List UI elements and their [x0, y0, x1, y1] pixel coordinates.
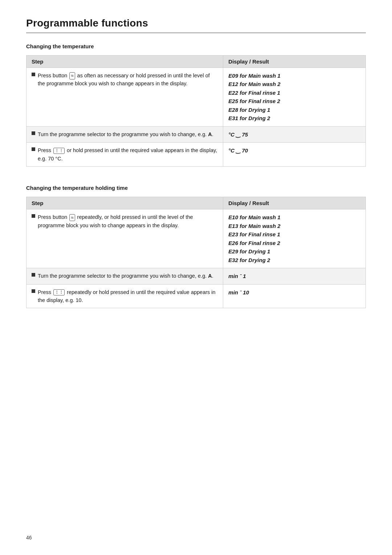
title-divider — [26, 33, 366, 33]
grid-button-icon: ⋮⋮ — [53, 289, 65, 295]
display-cell-s2-3: min ˉ 10 — [223, 284, 366, 308]
display-value: E12 for Main wash 2 — [228, 81, 280, 87]
step-cell-3: Press ⋮⋮ or hold pressed in until the re… — [26, 143, 223, 167]
display-value: min ˉ 10 — [228, 289, 249, 295]
display-value: E31 for Drying 2 — [228, 115, 270, 121]
section1-table: Step Display / Result Press button ≈ as … — [26, 55, 366, 167]
step-text-content-s2-1: Press button ≈ repeatedly, or hold press… — [38, 213, 218, 229]
display-value: E32 for Drying 2 — [228, 257, 270, 263]
display-value: E09 for Main wash 1 — [228, 73, 280, 79]
section-changing-temperature: Changing the temperature Step Display / … — [26, 43, 366, 167]
display-cell-2: °C ‿ 75 — [223, 126, 366, 142]
bullet-icon — [32, 273, 35, 277]
table-row: Press ⋮⋮ or hold pressed in until the re… — [26, 143, 366, 167]
step-text-3: Press ⋮⋮ or hold pressed in until the re… — [32, 146, 218, 163]
display-value: E29 for Drying 1 — [228, 248, 270, 254]
display-value: °C ‿ 75 — [228, 131, 248, 138]
bullet-icon — [32, 289, 35, 293]
table-row: Turn the programme selector to the progr… — [26, 126, 366, 142]
display-cell-3: °C ‿ 70 — [223, 143, 366, 167]
section2-table-header: Step Display / Result — [26, 197, 366, 209]
step-text-content-2: Turn the programme selector to the progr… — [38, 130, 218, 138]
display-value: E26 for Final rinse 2 — [228, 240, 280, 246]
display-value: E10 for Main wash 1 — [228, 214, 280, 220]
bullet-icon — [32, 73, 35, 76]
table-row: Press button ≈ as often as necessary or … — [26, 68, 366, 127]
grid-button-icon: ⋮⋮ — [53, 148, 65, 154]
step-text-1: Press button ≈ as often as necessary or … — [32, 72, 218, 88]
step-cell-s2-1: Press button ≈ repeatedly, or hold press… — [26, 209, 223, 268]
display-value: E28 for Drying 1 — [228, 107, 270, 113]
step-text-s2-1: Press button ≈ repeatedly, or hold press… — [32, 213, 218, 229]
section-changing-temp-holding: Changing the temperature holding time St… — [26, 185, 366, 308]
step-cell-s2-2: Turn the programme selector to the progr… — [26, 268, 223, 284]
display-value: E25 for Final rinse 2 — [228, 98, 280, 104]
step-text-s2-2: Turn the programme selector to the progr… — [32, 272, 218, 280]
display-value: E22 for Final rinse 1 — [228, 90, 280, 96]
display-value: E23 for Final rinse 1 — [228, 231, 280, 237]
table-row: Press button ≈ repeatedly, or hold press… — [26, 209, 366, 268]
step-cell-s2-3: Press ⋮⋮ repeatedly or hold pressed in u… — [26, 284, 223, 308]
bullet-icon — [32, 214, 35, 218]
step-text-content-3: Press ⋮⋮ or hold pressed in until the re… — [38, 146, 218, 163]
section1-col-step: Step — [26, 56, 223, 68]
wave-button-icon: ≈ — [69, 72, 75, 79]
step-text-content-s2-2: Turn the programme selector to the progr… — [38, 272, 218, 280]
display-cell-s2-1: E10 for Main wash 1 E13 for Main wash 2 … — [223, 209, 366, 268]
page-number: 46 — [26, 535, 32, 540]
wave-button-icon: ≈ — [69, 214, 75, 221]
step-cell-1: Press button ≈ as often as necessary or … — [26, 68, 223, 127]
page-title: Programmable functions — [26, 17, 366, 29]
section2-heading: Changing the temperature holding time — [26, 185, 366, 191]
step-text-s2-3: Press ⋮⋮ repeatedly or hold pressed in u… — [32, 288, 218, 305]
step-cell-2: Turn the programme selector to the progr… — [26, 126, 223, 142]
bullet-icon — [32, 147, 35, 151]
section2-table: Step Display / Result Press button ≈ rep… — [26, 197, 366, 308]
display-cell-1: E09 for Main wash 1 E12 for Main wash 2 … — [223, 68, 366, 127]
display-value: min ˉ 1 — [228, 273, 246, 279]
step-text-content-s2-3: Press ⋮⋮ repeatedly or hold pressed in u… — [38, 288, 218, 305]
step-text-content-1: Press button ≈ as often as necessary or … — [38, 72, 218, 88]
display-value: E13 for Main wash 2 — [228, 223, 280, 229]
step-text-2: Turn the programme selector to the progr… — [32, 130, 218, 138]
section1-col-display: Display / Result — [223, 56, 366, 68]
table-row: Turn the programme selector to the progr… — [26, 268, 366, 284]
section2-col-step: Step — [26, 197, 223, 209]
section1-table-header: Step Display / Result — [26, 56, 366, 68]
bullet-icon — [32, 131, 35, 135]
display-value: °C ‿ 70 — [228, 147, 248, 154]
section2-col-display: Display / Result — [223, 197, 366, 209]
table-row: Press ⋮⋮ repeatedly or hold pressed in u… — [26, 284, 366, 308]
section1-heading: Changing the temperature — [26, 43, 366, 49]
display-cell-s2-2: min ˉ 1 — [223, 268, 366, 284]
